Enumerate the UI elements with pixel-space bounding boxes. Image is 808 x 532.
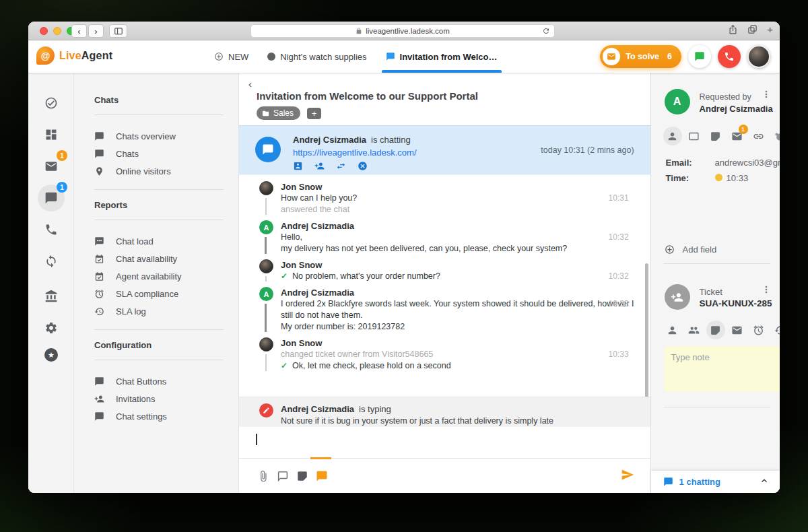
tickets-mail-button[interactable]: 1 [38,153,65,180]
sidebar-icon [114,26,123,36]
nav-item-sla-log[interactable]: SLA log [94,302,224,320]
reload-icon[interactable] [542,27,550,35]
requester-name: Andrej Csizmadia [700,104,773,114]
ticket-avatar [665,284,690,310]
tab-nights-watch-supplies[interactable]: Night's watch supplies [267,40,366,73]
add-field-button[interactable]: Add field [665,244,717,255]
browser-forward-button[interactable]: › [88,24,104,38]
liveagent-logo[interactable]: @ LiveAgent [36,46,112,65]
visitor-url-link[interactable]: https://liveagentlive.ladesk.com/ [293,147,417,158]
dashboard-button[interactable] [38,121,65,148]
sidebar-toggle-button[interactable] [109,24,127,38]
chat-status-button[interactable] [688,45,711,68]
send-button[interactable] [621,468,634,484]
nav-item-sla-compliance[interactable]: SLA compliance [94,285,224,302]
calls-button[interactable] [38,216,65,243]
back-chevron[interactable]: ‹ [248,78,252,90]
envelope-icon [607,52,616,61]
ticket-note-button[interactable] [706,321,725,339]
chats-button[interactable]: 1 [38,185,65,211]
person-icon [667,325,678,336]
tab-nights-watch-label: Night's watch supplies [280,52,366,62]
ticket-mail-button[interactable] [728,321,747,339]
tab-new[interactable]: NEW [214,40,248,73]
brand-agent: Agent [81,50,112,61]
compose-toolbar [239,458,650,493]
chat-status-bar: Andrej Csizmadiais chatting https://live… [239,125,650,174]
time-value: 10:33 [727,173,749,183]
ticket-more-button[interactable] [761,284,772,298]
chat-scrollbar[interactable] [645,263,648,406]
ticket-note-input[interactable] [665,346,780,392]
back-icon: ‹ [77,26,80,36]
jon-snow-avatar [259,181,273,195]
traffic-light-minimize[interactable] [53,27,61,35]
browser-back-button[interactable]: ‹ [71,24,87,38]
call-status-button[interactable] [718,45,741,68]
more-vert-icon [761,284,772,295]
contact-person-button[interactable] [663,127,682,145]
contact-card-icon[interactable] [293,161,303,171]
nav-item-chats-overview[interactable]: Chats overview [94,127,224,145]
agent-avatar[interactable] [747,45,770,68]
chat-outline-icon [277,470,289,482]
contact-card-button[interactable] [685,127,704,145]
calendar-check-icon [94,254,104,264]
compose-input[interactable] [239,427,650,458]
nav-item-chat-buttons[interactable]: Chat Buttons [94,372,224,390]
department-tag[interactable]: Sales [257,106,300,120]
traffic-light-close[interactable] [40,27,48,35]
nav-item-chat-load[interactable]: Chat load [94,232,224,250]
contact-tickets-button[interactable]: 1 [728,127,747,145]
mailchimp-button[interactable] [771,127,780,145]
chat-icon [94,149,104,159]
check-circle-button[interactable] [38,90,65,117]
end-chat-icon[interactable] [358,161,368,171]
share-icon[interactable] [728,24,738,34]
star-icon: ★ [44,348,58,362]
invite-agent-icon[interactable] [314,161,325,171]
chat-message-button[interactable] [315,469,329,483]
contact-notes-button[interactable] [706,127,725,145]
chatting-footer[interactable]: 1 chatting [651,471,780,493]
nav-item-chat-availability[interactable]: Chat availability [94,250,224,267]
settings-button[interactable] [38,314,65,341]
addons-button[interactable]: ★ [38,341,65,368]
chat-icon [44,191,58,205]
nav-item-chats[interactable]: Chats [94,145,224,162]
chat-icon [94,411,104,422]
ticket-sla-button[interactable] [749,321,768,339]
note-button[interactable] [296,469,309,483]
requester-more-button[interactable] [761,89,772,102]
academy-button[interactable] [38,283,65,310]
ticket-person-button[interactable] [663,321,682,339]
new-tab-icon[interactable]: + [767,24,773,34]
transfer-chat-icon[interactable] [336,161,346,171]
tabs-overview-icon[interactable] [747,24,758,34]
typing-pencil-icon [259,403,273,418]
to-solve-count: 6 [667,52,672,61]
alarm-icon [753,325,764,336]
nav-item-chat-settings[interactable]: Chat settings [94,407,224,425]
mailchimp-icon [774,131,780,142]
nav-item-online-visitors[interactable]: Online visitors [94,162,224,180]
contact-link-button[interactable] [749,127,768,145]
mail-icon [731,325,743,336]
to-solve-button[interactable]: To solve 6 [600,45,681,68]
add-tag-button[interactable]: + [307,108,321,119]
automation-button[interactable] [38,248,65,275]
chatting-count: 1 chatting [679,477,720,487]
nav-item-agent-availability[interactable]: Agent availability [94,267,224,285]
ticket-label: Ticket [700,287,722,297]
message-row: A Andrej Csizmadia Hello, my delivery ha… [259,220,634,255]
ticket-history-button[interactable] [771,321,780,339]
ticket-group-button[interactable] [685,321,704,339]
address-bar[interactable]: liveagentlive.ladesk.com [250,24,555,38]
folder-icon [262,110,269,117]
tab-invitation-active[interactable]: Invitation from Welco… [386,40,498,73]
forward-icon: › [94,26,97,36]
nav-item-invitations[interactable]: Invitations [94,390,224,407]
reply-button[interactable] [276,469,290,483]
attach-file-button[interactable] [257,469,270,483]
collapse-button[interactable] [760,476,769,488]
